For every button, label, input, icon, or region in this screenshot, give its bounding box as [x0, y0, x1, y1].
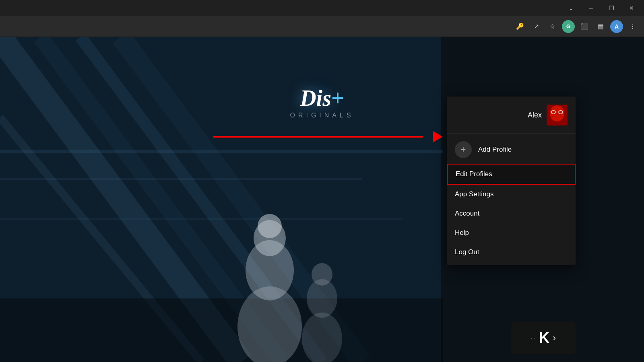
- app-settings-label: App Settings: [455, 190, 493, 198]
- chevron-down-btn[interactable]: ⌄: [562, 2, 580, 14]
- browser-titlebar: ⌄ ─ ❐ ✕: [0, 0, 644, 16]
- log-out-label: Log Out: [455, 248, 479, 256]
- key-icon: 🔑: [516, 23, 524, 30]
- share-icon: ↗: [534, 23, 539, 30]
- g-icon: G: [566, 23, 570, 29]
- profile-initial: A: [615, 23, 619, 30]
- minimize-btn[interactable]: ─: [582, 2, 601, 14]
- k-dots: ··: [531, 335, 536, 341]
- browser-toolbar: 🔑 ↗ ☆ G ⬛ ▤ A ⋮: [0, 16, 644, 37]
- app-settings-item[interactable]: App Settings: [447, 185, 576, 204]
- share-icon-btn[interactable]: ↗: [530, 20, 543, 33]
- spiderman-avatar: [547, 105, 568, 125]
- restore-btn[interactable]: ❐: [602, 2, 621, 14]
- disney-plus-sign: +: [331, 85, 344, 111]
- arrow-annotation: [213, 129, 443, 145]
- sidebar-icon-btn[interactable]: ▤: [594, 20, 607, 33]
- edit-profiles-label: Edit Profiles: [456, 170, 492, 178]
- k-letter: K: [539, 329, 549, 346]
- divider-1: [447, 134, 576, 134]
- chevron-down-icon: ⌄: [569, 5, 574, 11]
- edit-profiles-item[interactable]: Edit Profiles: [447, 164, 576, 185]
- log-out-item[interactable]: Log Out: [447, 243, 576, 262]
- add-profile-label: Add Profile: [478, 146, 512, 154]
- puzzle-icon: ⬛: [580, 23, 588, 30]
- svg-rect-10: [0, 298, 443, 362]
- arrow-head: [433, 131, 443, 142]
- account-label: Account: [455, 210, 479, 218]
- originals-text: ORIGINALS: [290, 112, 354, 119]
- more-icon: ⋮: [630, 23, 636, 30]
- star-icon: ☆: [549, 23, 555, 30]
- svg-rect-9: [0, 218, 402, 220]
- bookmark-icon-btn[interactable]: ☆: [546, 20, 559, 33]
- account-item[interactable]: Account: [447, 204, 576, 223]
- help-item[interactable]: Help: [447, 223, 576, 243]
- avatar-svg: [547, 105, 568, 125]
- dropdown-menu: Alex: [447, 97, 576, 265]
- key-icon-btn[interactable]: 🔑: [514, 20, 526, 33]
- user-avatar: [547, 105, 568, 125]
- dropdown-header: Alex: [447, 97, 576, 132]
- add-profile-icon: +: [455, 141, 472, 158]
- svg-point-17: [312, 263, 332, 286]
- main-content: Dis + ORIGINALS Alex: [0, 37, 644, 362]
- svg-rect-8: [0, 178, 362, 180]
- close-icon: ✕: [629, 5, 634, 11]
- g-extension-icon[interactable]: G: [562, 20, 575, 33]
- minimize-icon: ─: [589, 5, 593, 11]
- extensions-icon-btn[interactable]: ⬛: [578, 20, 591, 33]
- k-badge[interactable]: ·· K ›: [511, 322, 576, 354]
- user-name: Alex: [528, 111, 542, 119]
- close-btn[interactable]: ✕: [622, 2, 641, 14]
- more-icon-btn[interactable]: ⋮: [626, 20, 639, 33]
- chevron-right-icon: ›: [553, 332, 556, 343]
- arrow-line: [213, 136, 423, 138]
- plus-icon: +: [461, 144, 466, 155]
- disney-wordmark: Dis: [300, 85, 331, 111]
- svg-rect-7: [0, 150, 443, 153]
- add-profile-item[interactable]: + Add Profile: [447, 136, 576, 164]
- sidebar-icon: ▤: [598, 23, 604, 30]
- help-label: Help: [455, 229, 469, 237]
- svg-point-14: [258, 214, 282, 238]
- restore-icon: ❐: [609, 5, 614, 11]
- profile-btn[interactable]: A: [610, 20, 623, 33]
- disney-logo-area: Dis + ORIGINALS: [290, 85, 354, 119]
